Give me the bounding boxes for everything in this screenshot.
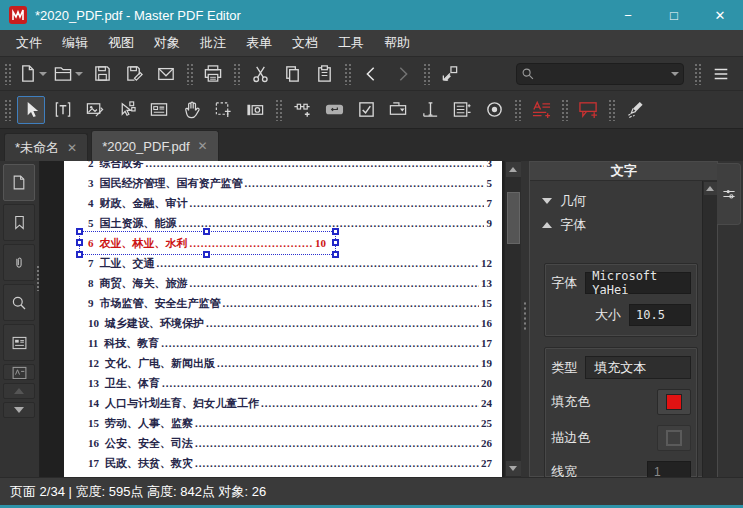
toolbar-grip-handle[interactable] bbox=[233, 63, 240, 85]
edit-text-tool-button[interactable] bbox=[49, 96, 77, 124]
selection-handle[interactable] bbox=[76, 228, 83, 235]
search-dropdown-icon[interactable] bbox=[671, 72, 679, 76]
sidebar-bookmarks-button[interactable] bbox=[3, 204, 35, 241]
sidebar-annotations-button[interactable] bbox=[3, 364, 35, 380]
menu-item[interactable]: 编辑 bbox=[52, 30, 98, 56]
font-family-input[interactable]: Microsoft YaHei bbox=[585, 272, 691, 294]
search-box[interactable] bbox=[516, 63, 684, 85]
sidebar-scroll-up-button[interactable] bbox=[3, 383, 35, 399]
toc-row[interactable]: 4财政、金融、审计7 bbox=[88, 193, 492, 213]
toolbar-grip-handle[interactable] bbox=[4, 99, 11, 121]
scrollbar-thumb[interactable] bbox=[507, 192, 520, 244]
tab-close-icon[interactable]: ✕ bbox=[198, 139, 208, 153]
selection-handle[interactable] bbox=[76, 251, 83, 258]
toolbar-grip-handle[interactable] bbox=[423, 63, 430, 85]
splitter-handle[interactable] bbox=[523, 301, 527, 331]
open-file-dropdown-icon[interactable] bbox=[75, 72, 83, 76]
radio-button-field-button[interactable] bbox=[480, 96, 508, 124]
document-scrollbar[interactable] bbox=[504, 161, 521, 477]
stroke-color-button[interactable] bbox=[657, 425, 691, 451]
toolbar-grip-handle[interactable] bbox=[186, 63, 193, 85]
toolbar-grip-handle[interactable] bbox=[694, 63, 701, 85]
scroll-down-button[interactable] bbox=[506, 461, 521, 476]
toc-row[interactable]: 13卫生、体育20 bbox=[88, 373, 492, 393]
push-button-field-button[interactable] bbox=[320, 96, 348, 124]
sidebar-attachments-button[interactable] bbox=[3, 244, 35, 281]
text-field-button[interactable] bbox=[416, 96, 444, 124]
toc-row[interactable]: 17民政、扶贫、救灾27 bbox=[88, 453, 492, 473]
toc-row[interactable]: 14人口与计划生育、妇女儿童工作24 bbox=[88, 393, 492, 413]
toc-row[interactable]: 9市场监管、安全生产监管15 bbox=[88, 293, 492, 313]
sidebar-search-button[interactable] bbox=[3, 284, 35, 321]
menu-item[interactable]: 批注 bbox=[190, 30, 236, 56]
paste-button[interactable] bbox=[310, 60, 338, 88]
add-text-annotation-button[interactable] bbox=[527, 96, 555, 124]
toolbar-grip-handle[interactable] bbox=[514, 99, 521, 121]
edit-path-tool-button[interactable] bbox=[113, 96, 141, 124]
maximize-button[interactable]: □ bbox=[651, 0, 697, 30]
section-font[interactable]: 字体 bbox=[538, 213, 698, 237]
menu-hamburger-button[interactable] bbox=[707, 60, 735, 88]
cut-button[interactable] bbox=[246, 60, 274, 88]
add-link-tool-button[interactable] bbox=[288, 96, 316, 124]
menu-item[interactable]: 对象 bbox=[144, 30, 190, 56]
toolbar-grip-handle[interactable] bbox=[275, 99, 282, 121]
toolbar-grip-handle[interactable] bbox=[608, 99, 615, 121]
toc-row[interactable]: 7工业、交通12 bbox=[88, 253, 492, 273]
toc-row-selected[interactable]: 6农业、林业、水利10 bbox=[88, 233, 326, 253]
new-document-dropdown-icon[interactable] bbox=[39, 72, 47, 76]
highlighter-tool-button[interactable] bbox=[621, 96, 649, 124]
save-button[interactable] bbox=[88, 60, 116, 88]
toolbar-grip-handle[interactable] bbox=[561, 99, 568, 121]
panel-splitter[interactable] bbox=[521, 161, 529, 477]
sidebar-forms-button[interactable] bbox=[3, 324, 35, 361]
edit-image-tool-button[interactable] bbox=[81, 96, 109, 124]
properties-tab-handle[interactable] bbox=[717, 163, 741, 225]
combobox-field-button[interactable] bbox=[384, 96, 412, 124]
menu-item[interactable]: 视图 bbox=[98, 30, 144, 56]
panel-scrollbar[interactable] bbox=[702, 181, 717, 494]
document-tab[interactable]: *未命名✕ bbox=[4, 133, 88, 161]
type-dropdown[interactable]: 填充文本 bbox=[585, 356, 691, 379]
document-tab[interactable]: *2020_PDF.pdf✕ bbox=[91, 130, 219, 161]
save-as-button[interactable] bbox=[120, 60, 148, 88]
email-button[interactable] bbox=[152, 60, 180, 88]
add-callout-annotation-button[interactable] bbox=[574, 96, 602, 124]
back-button[interactable] bbox=[357, 60, 385, 88]
selection-handle[interactable] bbox=[76, 239, 83, 246]
sidebar-scroll-down-button[interactable] bbox=[3, 402, 35, 418]
forward-button[interactable] bbox=[389, 60, 417, 88]
tab-close-icon[interactable]: ✕ bbox=[67, 141, 77, 155]
menu-item[interactable]: 工具 bbox=[328, 30, 374, 56]
panel-scrollbar-track[interactable] bbox=[703, 196, 718, 479]
search-input[interactable] bbox=[535, 67, 669, 81]
menu-item[interactable]: 文档 bbox=[282, 30, 328, 56]
snapshot-tool-button[interactable] bbox=[241, 96, 269, 124]
toc-row[interactable]: 11科技、教育17 bbox=[88, 333, 492, 353]
toolbar-grip-handle[interactable] bbox=[4, 63, 11, 85]
font-size-input[interactable]: 10.5 bbox=[629, 304, 691, 326]
close-button[interactable]: ✕ bbox=[697, 0, 743, 30]
toolbar-grip-handle[interactable] bbox=[344, 63, 351, 85]
selection-handle[interactable] bbox=[332, 239, 339, 246]
copy-button[interactable] bbox=[278, 60, 306, 88]
hand-tool-button[interactable] bbox=[177, 96, 205, 124]
print-button[interactable] bbox=[199, 60, 227, 88]
menu-item[interactable]: 帮助 bbox=[374, 30, 420, 56]
section-geometry[interactable]: 几何 bbox=[538, 189, 698, 213]
toc-row[interactable]: 12文化、广电、新闻出版19 bbox=[88, 353, 492, 373]
scrollbar-track[interactable] bbox=[506, 178, 521, 460]
new-document-button[interactable] bbox=[17, 60, 48, 88]
open-file-button[interactable] bbox=[52, 60, 84, 88]
sidebar-pages-button[interactable] bbox=[3, 164, 35, 201]
toc-row[interactable]: 5国土资源、能源9 bbox=[88, 213, 492, 233]
pdf-page[interactable]: 2综合政务33国民经济管理、国有资产监管54财政、金融、审计75国土资源、能源9… bbox=[64, 161, 502, 477]
fit-page-button[interactable] bbox=[436, 60, 464, 88]
toc-row[interactable]: 15劳动、人事、监察25 bbox=[88, 413, 492, 433]
toc-row[interactable]: 10城乡建设、环境保护16 bbox=[88, 313, 492, 333]
toc-row[interactable]: 8商贸、海关、旅游13 bbox=[88, 273, 492, 293]
select-tool-button[interactable] bbox=[17, 96, 45, 124]
listbox-field-button[interactable] bbox=[448, 96, 476, 124]
fill-color-button[interactable] bbox=[657, 389, 691, 415]
select-area-tool-button[interactable] bbox=[209, 96, 237, 124]
